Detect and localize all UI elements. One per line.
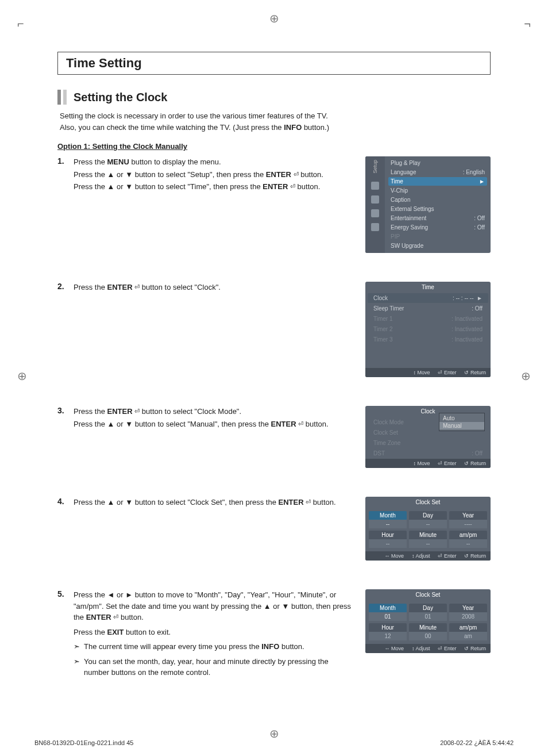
page-title: Time Setting: [57, 52, 491, 75]
registration-mark-icon: ⊕: [17, 369, 27, 383]
osd-clock-menu: Clock Clock Mode: Clock Set Time Zone DS…: [365, 406, 491, 468]
step-body: Press the ◄ or ► button to move to "Mont…: [74, 589, 354, 678]
step-number: 1.: [57, 156, 74, 194]
menu-item-disabled: Time Zone: [368, 438, 488, 448]
chevron-right-icon: ►: [479, 178, 485, 185]
osd-title: Clock Set: [365, 589, 491, 600]
menu-item[interactable]: Entertainment: Off: [388, 214, 487, 222]
sidebar-icon: [371, 209, 379, 217]
field-hour[interactable]: Hour: [369, 623, 407, 632]
field-minute[interactable]: Minute: [409, 531, 447, 539]
option-manual[interactable]: Manual: [439, 422, 484, 429]
osd-time-menu: Time Clock: -- : -- -- ► Sleep Timer: Of…: [365, 282, 491, 377]
menu-item[interactable]: Plug & Play: [388, 159, 487, 167]
dropdown-options[interactable]: Auto Manual: [439, 413, 485, 431]
step-body: Press the ▲ or ▼ button to select "Clock…: [74, 497, 354, 508]
field-minute[interactable]: Minute: [409, 623, 447, 632]
option-auto[interactable]: Auto: [439, 415, 484, 422]
section-title: Setting the Clock: [74, 91, 167, 104]
field-year[interactable]: Year: [449, 604, 487, 612]
tip-icon: ➣: [74, 641, 84, 653]
registration-mark-icon: ⊕: [521, 369, 531, 383]
menu-item-disabled: DST: Off: [368, 448, 488, 458]
imprint-timestamp: 2008-02-22 ¿ÀÈÄ 5:44:42: [440, 739, 514, 746]
chevron-right-icon: ►: [477, 295, 483, 301]
field-ampm[interactable]: am/pm: [449, 623, 487, 632]
osd-title: Clock Set: [365, 497, 491, 508]
field-hour[interactable]: Hour: [369, 531, 407, 539]
menu-item-disabled: Timer 1: Inactivated: [368, 314, 488, 324]
menu-item-disabled: Timer 3: Inactivated: [368, 335, 488, 344]
menu-item[interactable]: Language: English: [388, 168, 487, 176]
crop-mark: ⌐: [17, 17, 24, 30]
field-month[interactable]: Month: [369, 604, 407, 612]
field-ampm[interactable]: am/pm: [449, 531, 487, 539]
menu-item[interactable]: Energy Saving: Off: [388, 223, 487, 232]
menu-item[interactable]: Sleep Timer: Off: [368, 304, 488, 313]
intro-text: Setting the clock is necessary in order …: [60, 110, 491, 122]
enter-icon: ⏎: [306, 498, 311, 505]
step-body: Press the MENU button to display the men…: [74, 156, 354, 194]
registration-mark-icon: ⊕: [269, 727, 279, 740]
osd-clockset-blank: Clock Set Month-- Day-- Year---- Hour-- …: [365, 497, 491, 561]
osd-footer: ↔ Move ↕ Adjust ⏎ Enter ↺ Return: [365, 644, 491, 653]
step-body: Press the ENTER ⏎ button to select "Cloc…: [74, 282, 354, 293]
menu-item[interactable]: V-Chip: [388, 186, 487, 195]
tip-icon: ➣: [74, 656, 84, 678]
step-number: 4.: [57, 497, 74, 508]
section-accent: [57, 90, 61, 105]
enter-icon: ⏎: [294, 171, 299, 178]
imprint-file: BN68-01392D-01Eng-0221.indd 45: [34, 739, 133, 746]
enter-icon: ⏎: [134, 283, 140, 290]
step-number: 3.: [57, 406, 74, 431]
crop-mark: ¬: [524, 17, 531, 30]
osd-setup-menu: Setup Plug & Play Language: English Time…: [365, 156, 491, 253]
osd-footer: ↕ Move ⏎ Enter ↺ Return: [365, 459, 491, 468]
step-number: 5.: [57, 589, 74, 678]
section-accent: [63, 90, 67, 105]
menu-item-selected[interactable]: Clock: -- : -- -- ►: [368, 293, 488, 303]
osd-footer: ↔ Move ↕ Adjust ⏎ Enter ↺ Return: [365, 551, 491, 561]
field-day[interactable]: Day: [409, 511, 447, 520]
menu-item-selected[interactable]: Time►: [388, 177, 487, 186]
enter-icon: ⏎: [298, 420, 303, 427]
gear-icon: [371, 195, 379, 204]
sidebar-label: Setup: [372, 160, 378, 174]
step-number: 2.: [57, 282, 74, 293]
sidebar-icon: [371, 182, 379, 190]
enter-icon: ⏎: [290, 183, 295, 190]
enter-icon: ⏎: [134, 408, 140, 415]
menu-item[interactable]: SW Upgrade: [388, 241, 487, 250]
field-month[interactable]: Month: [369, 511, 407, 520]
menu-item-disabled: Timer 2: Inactivated: [368, 324, 488, 334]
osd-title: Time: [365, 282, 491, 293]
sidebar-icon: [371, 223, 379, 231]
field-year[interactable]: Year: [449, 511, 487, 520]
step-body: Press the ENTER ⏎ button to select "Cloc…: [74, 406, 354, 431]
registration-mark-icon: ⊕: [269, 11, 279, 25]
osd-clockset-filled: Clock Set Month01 Day01 Year2008 Hour12 …: [365, 589, 491, 653]
osd-footer: ↕ Move ⏎ Enter ↺ Return: [365, 368, 491, 377]
menu-item[interactable]: External Settings: [388, 205, 487, 213]
field-day[interactable]: Day: [409, 604, 447, 612]
intro-text: Also, you can check the time while watch…: [60, 122, 491, 133]
menu-item[interactable]: Caption: [388, 195, 487, 204]
option-heading: Option 1: Setting the Clock Manually: [57, 142, 491, 151]
menu-item-disabled: PIP: [388, 232, 487, 241]
